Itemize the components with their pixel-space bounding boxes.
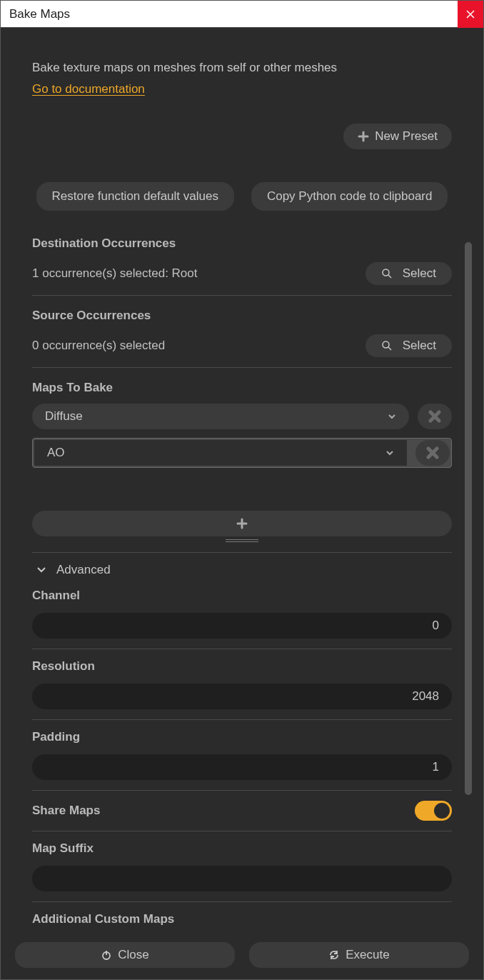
svg-point-2 <box>383 341 389 348</box>
close-window-button[interactable] <box>458 1 483 28</box>
source-select-button[interactable]: Select <box>365 334 452 357</box>
new-preset-label: New Preset <box>375 129 438 144</box>
source-status: 0 occurrence(s) selected <box>32 339 165 353</box>
destination-select-button[interactable]: Select <box>365 262 452 285</box>
share-maps-toggle[interactable] <box>415 801 452 821</box>
close-icon <box>466 10 475 19</box>
map-type-value: Diffuse <box>45 409 83 424</box>
power-icon <box>101 949 112 961</box>
svg-point-0 <box>383 269 389 276</box>
search-icon <box>381 340 393 351</box>
destination-select-label: Select <box>403 266 436 281</box>
close-button-label: Close <box>118 948 148 962</box>
execute-button[interactable]: Execute <box>249 942 469 968</box>
toggle-knob <box>434 803 450 819</box>
add-map-button[interactable] <box>32 511 452 536</box>
map-row: Diffuse <box>32 404 452 429</box>
plus-icon <box>236 518 248 529</box>
chevron-down-icon <box>36 565 46 575</box>
resolution-input[interactable]: 2048 <box>32 684 452 709</box>
padding-input[interactable]: 1 <box>32 754 452 780</box>
remove-map-button[interactable] <box>415 440 450 466</box>
remove-map-button[interactable] <box>418 404 452 429</box>
map-type-dropdown[interactable]: AO <box>34 440 407 466</box>
maps-to-bake-label: Maps To Bake <box>32 381 452 395</box>
titlebar: Bake Maps <box>1 1 483 28</box>
execute-button-label: Execute <box>346 948 389 962</box>
scrollbar[interactable] <box>465 242 472 795</box>
destination-status: 1 occurrence(s) selected: Root <box>32 266 198 281</box>
chevron-down-icon <box>385 449 394 457</box>
search-icon <box>381 268 393 279</box>
close-button[interactable]: Close <box>15 942 235 968</box>
map-type-value: AO <box>47 446 65 460</box>
source-select-label: Select <box>403 339 436 353</box>
resize-grip[interactable] <box>226 539 258 542</box>
window-title: Bake Maps <box>9 7 70 21</box>
channel-label: Channel <box>32 589 452 603</box>
map-suffix-label: Map Suffix <box>32 841 452 856</box>
delete-icon <box>426 446 439 459</box>
additional-maps-label: Additional Custom Maps <box>32 912 452 926</box>
advanced-toggle[interactable]: Advanced <box>32 553 452 584</box>
new-preset-button[interactable]: New Preset <box>343 124 452 149</box>
padding-label: Padding <box>32 730 452 744</box>
chevron-down-icon <box>388 412 396 421</box>
description-text: Bake texture maps on meshes from self or… <box>32 61 452 75</box>
delete-icon <box>428 410 441 423</box>
advanced-label: Advanced <box>56 563 111 577</box>
svg-line-3 <box>388 347 391 350</box>
copy-python-button[interactable]: Copy Python code to clipboard <box>251 182 448 211</box>
share-maps-label: Share Maps <box>32 804 100 818</box>
destination-label: Destination Occurrences <box>32 236 452 251</box>
resolution-label: Resolution <box>32 659 452 674</box>
documentation-link[interactable]: Go to documentation <box>32 82 145 96</box>
plus-icon <box>358 131 369 142</box>
source-label: Source Occurrences <box>32 309 452 323</box>
svg-line-1 <box>388 275 391 278</box>
channel-input[interactable]: 0 <box>32 613 452 639</box>
map-suffix-input[interactable] <box>32 866 452 891</box>
map-type-dropdown[interactable]: Diffuse <box>32 404 409 429</box>
map-row: AO <box>32 438 452 468</box>
restore-defaults-button[interactable]: Restore function default values <box>36 182 234 211</box>
refresh-icon <box>328 949 340 961</box>
